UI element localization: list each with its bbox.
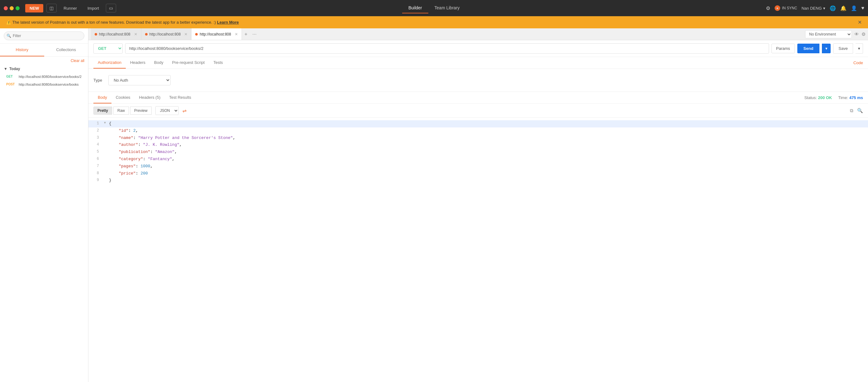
heart-icon[interactable]: ♥ [862,5,865,11]
params-button[interactable]: Params [772,43,795,53]
response-status: Status: 200 OK Time: 475 ms [804,95,863,100]
search-response-icon[interactable]: 🔍 [857,108,863,113]
sidebar: 🔍 History Collections Clear all ▼ Today … [0,28,88,382]
globe-icon[interactable]: 🌐 [830,5,836,11]
user-icon[interactable]: 👤 [851,5,857,11]
user-chevron-icon: ▾ [823,6,825,10]
history-section: ▼ Today GET http://localhost:8080/bookse… [0,65,88,91]
auth-type-label: Type [93,78,102,83]
history-url-get: http://localhost:8080/bookservice/books/… [19,75,82,79]
warning-icon: ⚠️ [6,20,11,25]
tab-label-2: http://localhost:808 [199,32,231,36]
more-tabs-button[interactable]: ··· [250,31,259,37]
user-menu[interactable]: Nan DENG ▾ [801,6,825,10]
history-item-post[interactable]: POST http://localhost:8080/bookservice/b… [4,81,84,88]
json-line-1: 1 ▼ { [88,120,868,127]
titlebar: NEW ◫ Runner Import ▭ Builder Team Libra… [0,0,868,16]
json-viewer: 1 ▼ { 2 "id": 2, 3 "name": "Harry Potter… [88,118,868,382]
code-button[interactable]: Code [854,60,863,65]
main-layout: 🔍 History Collections Clear all ▼ Today … [0,28,868,382]
history-tab[interactable]: History [0,43,44,56]
response-body-toolbar: Pretty Raw Preview JSON XML HTML ⇌ ⧉ 🔍 [88,104,868,118]
request-tabs-bar: http://localhost:808 ✕ http://localhost:… [88,28,868,40]
sync-dot: ● [775,5,780,11]
method-post-badge: POST [5,82,16,86]
minimize-button[interactable] [10,6,14,10]
json-line-2: 2 "id": 2, [88,127,868,135]
subtab-pre-request[interactable]: Pre-request Script [168,57,209,68]
collections-tab[interactable]: Collections [44,43,88,56]
tab-close-0[interactable]: ✕ [134,32,137,36]
env-eye-button[interactable]: 👁 [854,31,859,37]
titlebar-right: ⚙ ● IN SYNC Nan DENG ▾ 🌐 🔔 👤 ♥ [766,5,864,11]
env-settings-button[interactable]: ⚙ [862,31,866,37]
today-label: ▼ Today [4,67,84,71]
tab-close-1[interactable]: ✕ [184,32,187,36]
time-label: Time: 475 ms [838,95,863,100]
banner-close-button[interactable]: ✕ [858,19,862,25]
save-dropdown-button[interactable]: ▾ [856,43,863,54]
subtab-headers[interactable]: Headers [126,57,150,68]
runner-button[interactable]: Runner [60,4,81,12]
sidebar-toggle-button[interactable]: ◫ [46,4,57,12]
send-dropdown-button[interactable]: ▾ [822,43,831,53]
send-button[interactable]: Send [797,43,820,53]
banner-content: ⚠️ The latest version of Postman is out … [6,20,239,25]
json-line-6: 6 "category": "Fantancy", [88,156,868,163]
method-select[interactable]: GET POST PUT DELETE [93,43,123,54]
request-tab-1[interactable]: http://localhost:808 ✕ [141,28,192,40]
tab-label-1: http://localhost:808 [150,32,181,36]
resp-tab-body[interactable]: Body [93,92,112,104]
today-text: Today [9,67,20,71]
sidebar-tabs: History Collections [0,43,88,57]
sync-button[interactable]: ● IN SYNC [775,5,797,11]
maximize-button[interactable] [16,6,20,10]
history-url-post: http://localhost:8080/bookservice/books [19,82,79,87]
auth-type-select[interactable]: No Auth Bearer Token Basic Auth OAuth 2.… [108,75,170,85]
json-line-5: 5 "publication": "Amazon", [88,149,868,156]
environment-select[interactable]: No Environment [805,30,852,38]
settings-icon[interactable]: ⚙ [766,5,770,11]
tab-team-library[interactable]: Team Library [428,3,466,13]
raw-button[interactable]: Raw [113,107,129,115]
tab-close-2[interactable]: ✕ [235,32,238,36]
subtab-body[interactable]: Body [150,57,168,68]
request-tab-2[interactable]: http://localhost:808 ✕ [191,28,242,40]
resp-tab-cookies[interactable]: Cookies [112,92,135,104]
new-window-button[interactable]: ▭ [106,4,116,12]
nav-tabs: Builder Team Library [402,3,466,13]
response-tabs-bar: Body Cookies Headers (5) Test Results St… [88,92,868,104]
resp-tab-headers[interactable]: Headers (5) [135,92,165,104]
import-button[interactable]: Import [84,4,103,12]
add-tab-button[interactable]: + [242,31,250,37]
collapse-icon[interactable]: ▼ [4,67,7,71]
response-area: Body Cookies Headers (5) Test Results St… [88,92,868,382]
pretty-button[interactable]: Pretty [93,107,112,115]
time-value: 475 ms [849,95,863,100]
close-button[interactable] [4,6,8,10]
subtab-authorization[interactable]: Authorization [93,57,126,68]
save-button[interactable]: Save [833,43,853,54]
tab-dot-2 [195,33,198,35]
history-item-get[interactable]: GET http://localhost:8080/bookservice/bo… [4,73,84,81]
tab-dot-1 [145,33,148,35]
format-select[interactable]: JSON XML HTML [155,106,179,115]
learn-more-link[interactable]: Learn More [217,20,239,25]
status-label: Status: 200 OK [804,95,832,100]
update-banner: ⚠️ The latest version of Postman is out … [0,16,868,28]
wrap-icon[interactable]: ⇌ [182,108,186,114]
url-input[interactable] [125,43,769,54]
subtab-tests[interactable]: Tests [209,57,227,68]
request-bar: GET POST PUT DELETE Params Send ▾ Save ▾ [88,40,868,57]
new-button[interactable]: NEW [25,4,43,12]
request-subtabs: Authorization Headers Body Pre-request S… [88,57,868,69]
method-get-badge: GET [5,75,16,79]
copy-icon[interactable]: ⧉ [850,108,854,113]
bell-icon[interactable]: 🔔 [840,5,846,11]
resp-tab-test-results[interactable]: Test Results [165,92,195,104]
clear-all-button[interactable]: Clear all [0,57,88,65]
tab-builder[interactable]: Builder [402,3,428,13]
request-tab-0[interactable]: http://localhost:808 ✕ [91,28,141,40]
preview-button[interactable]: Preview [130,107,152,115]
filter-input[interactable] [4,31,84,40]
